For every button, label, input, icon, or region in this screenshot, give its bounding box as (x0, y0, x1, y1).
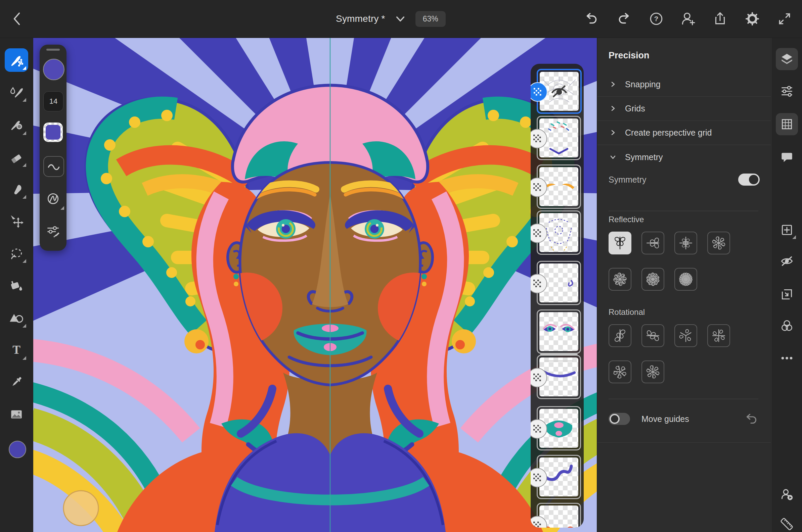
svg-text:?: ? (654, 15, 658, 22)
comment-icon[interactable] (776, 146, 798, 168)
layer-thumbnail-1[interactable] (537, 69, 582, 114)
pixel-layer-badge[interactable] (530, 129, 547, 148)
redo-button[interactable] (616, 11, 631, 26)
section-symmetry[interactable]: Symmetry (597, 145, 771, 169)
reflective-two-axis[interactable] (674, 232, 697, 254)
pixel-layer-badge[interactable] (530, 177, 547, 197)
tool-eyedropper[interactable] (5, 370, 28, 394)
panel-title: Precision (609, 50, 771, 61)
top-bar: Symmetry * 63% ? (0, 0, 802, 38)
more-icon[interactable] (776, 347, 798, 369)
move-guides-toggle[interactable] (609, 413, 630, 425)
symmetry-toggle[interactable] (738, 173, 760, 186)
pixel-layer-badge[interactable] (530, 468, 547, 487)
rotational-three-fold[interactable] (674, 324, 697, 347)
layer-thumbnail-3[interactable] (537, 165, 581, 209)
tool-live-brush[interactable] (5, 80, 28, 104)
hide-guides-icon[interactable] (776, 250, 798, 272)
help-button[interactable]: ? (649, 11, 664, 26)
layer-thumbnail-9[interactable] (537, 455, 581, 499)
ruler-icon[interactable] (776, 513, 798, 532)
reflective-label: Reflective (609, 215, 644, 224)
brush-size-circle[interactable] (43, 59, 64, 80)
flyout-indicator (22, 324, 26, 328)
layer-preview (539, 312, 578, 351)
livestream-icon[interactable] (776, 484, 798, 506)
rotational-two-fold-horizontal[interactable] (641, 324, 664, 347)
precision-grid-icon[interactable] (776, 113, 798, 135)
paste-transform-icon[interactable] (776, 283, 798, 305)
layer-thumbnail-8[interactable] (537, 406, 581, 451)
section-label: Create perspective grid (625, 128, 712, 138)
pixel-layer-badge[interactable] (530, 224, 547, 243)
canvas-area[interactable] (33, 38, 597, 532)
brush-options-panel: 14 (40, 45, 67, 251)
tool-smudge[interactable] (5, 177, 28, 201)
task-bar (771, 38, 802, 532)
reflective-horizontal[interactable] (641, 232, 664, 254)
precision-panel: Precision SnappingGridsCreate perspectiv… (597, 38, 771, 532)
reflective-four-axis[interactable] (609, 268, 631, 291)
pixel-layer-badge[interactable] (530, 82, 547, 102)
pixel-layer-badge[interactable] (530, 419, 547, 439)
pixel-layer-badge[interactable] (530, 368, 547, 387)
tool-place-image[interactable] (5, 402, 28, 426)
tool-text[interactable]: T (5, 338, 28, 362)
drag-handle[interactable] (46, 49, 60, 51)
rotational-five-fold[interactable] (609, 360, 631, 383)
undo-button[interactable] (584, 11, 599, 26)
section-label: Snapping (625, 79, 660, 89)
reflective-five-axis[interactable] (641, 268, 664, 291)
add-square-icon[interactable] (776, 219, 798, 241)
flyout-indicator (22, 356, 26, 360)
tool-pixel-brush[interactable] (5, 48, 28, 72)
rotational-four-fold[interactable] (707, 324, 730, 347)
rotational-two-fold-vertical[interactable] (609, 324, 631, 347)
tool-shapes[interactable] (5, 306, 28, 329)
flyout-indicator (792, 235, 796, 239)
tool-lasso[interactable] (5, 241, 28, 265)
section-snapping[interactable]: Snapping (597, 72, 771, 96)
add-person-button[interactable] (680, 11, 695, 26)
layers-icon[interactable] (776, 48, 798, 70)
symmetry-toggle-label: Symmetry (609, 175, 647, 185)
brush-settings-button[interactable] (44, 222, 62, 239)
reset-guides-button[interactable] (744, 411, 760, 426)
reflective-vertical[interactable] (609, 232, 631, 254)
canvas-artwork[interactable] (33, 38, 597, 532)
adjustments-icon[interactable] (776, 80, 798, 102)
reflective-eight-axis[interactable] (674, 268, 697, 291)
brush-size-value[interactable]: 14 (43, 91, 63, 111)
tool-move[interactable] (5, 209, 28, 233)
smoothing-button[interactable] (43, 156, 64, 177)
svg-text:T: T (13, 343, 20, 357)
back-button[interactable] (10, 11, 25, 26)
blend-icon[interactable] (776, 315, 798, 337)
tool-eraser[interactable] (5, 145, 28, 169)
reflective-three-axis[interactable] (707, 232, 730, 254)
tool-bar: T (0, 38, 33, 532)
rotational-six-fold[interactable] (641, 360, 664, 383)
layer-hidden-eye-off-icon (549, 81, 570, 102)
tool-mixer-brush[interactable] (5, 113, 28, 137)
layer-thumbnail-5[interactable] (537, 261, 581, 305)
zoom-level-badge[interactable]: 63% (415, 11, 446, 27)
share-button[interactable] (712, 11, 728, 26)
brush-color-chip[interactable] (43, 122, 63, 142)
section-create-perspective-grid[interactable]: Create perspective grid (597, 120, 771, 145)
tool-fill[interactable] (5, 273, 28, 297)
stabilizer-button[interactable] (43, 188, 63, 209)
layer-thumbnail-10[interactable] (537, 503, 581, 528)
flyout-indicator (22, 131, 26, 135)
foreground-color-swatch[interactable] (9, 441, 26, 458)
layer-thumbnail-4[interactable] (537, 210, 581, 255)
layer-thumbnail-2[interactable] (537, 116, 581, 160)
brush-cursor (63, 491, 98, 526)
fullscreen-button[interactable] (777, 11, 792, 26)
layer-thumbnail-6[interactable] (537, 309, 581, 354)
pixel-layer-badge[interactable] (530, 274, 547, 293)
section-label: Symmetry (625, 152, 663, 162)
settings-gear-button[interactable] (745, 11, 760, 26)
chevron-down-icon[interactable] (393, 11, 408, 26)
section-grids[interactable]: Grids (597, 96, 771, 120)
